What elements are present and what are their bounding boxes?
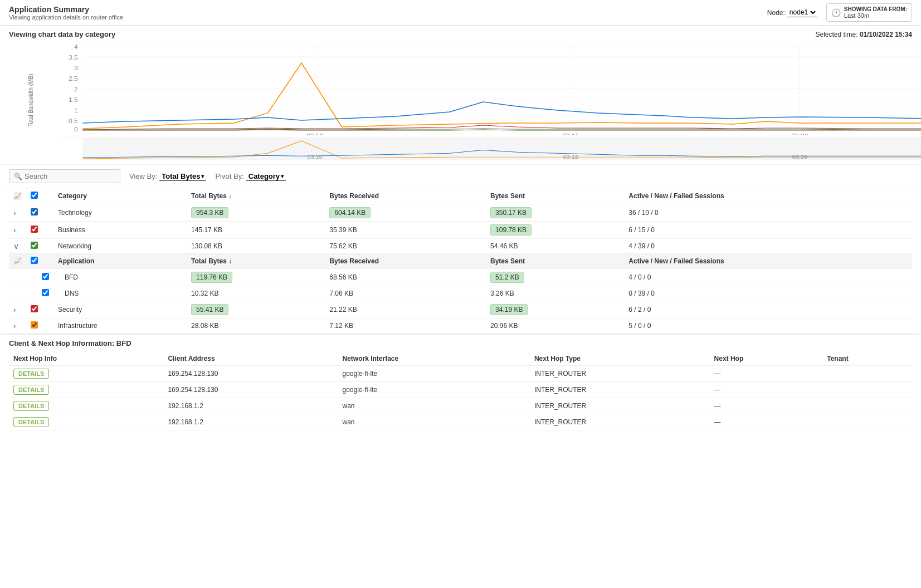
th-bytes-sent: Bytes Sent xyxy=(486,188,624,204)
category-bytes-received: 604.14 KB xyxy=(325,204,486,222)
pivot-by-dropdown[interactable]: Category xyxy=(246,172,286,181)
info-table-row: DETAILS 192.168.1.2 wan INTER_ROUTER — xyxy=(9,398,912,414)
details-button[interactable]: DETAILS xyxy=(13,385,49,395)
node-dropdown[interactable]: node1 xyxy=(787,8,817,17)
category-bytes-received: 7.12 KB xyxy=(325,318,486,334)
category-checkbox[interactable] xyxy=(31,305,38,312)
table-row: › Technology 954.3 KB 604.14 KB 350.17 K… xyxy=(9,204,912,222)
clock-icon: 🕐 xyxy=(831,8,841,17)
th-chart-icon: 📈 xyxy=(9,188,26,204)
info-next-hop-type: INTER_ROUTER xyxy=(530,398,710,414)
app-name: DNS xyxy=(53,286,187,301)
th-checkbox xyxy=(26,188,53,204)
showing-label: SHOWING DATA FROM: xyxy=(844,6,907,12)
category-expander[interactable]: › xyxy=(9,204,26,222)
svg-text:1: 1 xyxy=(74,107,78,114)
info-next-hop-info: DETAILS xyxy=(9,382,163,398)
app-checkbox[interactable] xyxy=(42,289,49,296)
bottom-section: Client & Next Hop Information: BFD Next … xyxy=(0,334,921,435)
app-checkbox-cell xyxy=(26,286,53,301)
category-expander[interactable]: › xyxy=(9,301,26,318)
select-all-checkbox[interactable] xyxy=(31,192,38,199)
info-table-row: DETAILS 169.254.128.130 google-fi-lte IN… xyxy=(9,366,912,382)
table-row: › Infrastructure 28.08 KB 7.12 KB 20.96 … xyxy=(9,318,912,334)
table-header-row: 📈 Category Total Bytes ↓ Bytes Received … xyxy=(9,188,912,204)
details-button[interactable]: DETAILS xyxy=(13,417,49,427)
app-checkbox[interactable] xyxy=(42,273,49,280)
bytes-sent-badge: 34.19 KB xyxy=(490,304,528,315)
category-sessions: 6 / 15 / 0 xyxy=(624,222,912,239)
bytes-received-badge: 604.14 KB xyxy=(329,207,371,218)
svg-text:03:10: 03:10 xyxy=(308,154,323,160)
mini-chart[interactable]: 03:10 03:15 03:20 xyxy=(59,138,921,160)
info-next-hop-info: DETAILS xyxy=(9,398,163,414)
info-table-body: DETAILS 169.254.128.130 google-fi-lte IN… xyxy=(9,366,912,430)
info-table-row: DETAILS 192.168.1.2 wan INTER_ROUTER — xyxy=(9,414,912,430)
th-client-address: Client Address xyxy=(163,352,338,366)
svg-text:03:15: 03:15 xyxy=(562,133,579,135)
app-bytes-received: 68.56 KB xyxy=(325,269,486,286)
category-bytes-sent: 109.78 KB xyxy=(486,222,624,239)
category-checkbox[interactable] xyxy=(31,208,38,215)
chart-title: Viewing chart data by category xyxy=(9,30,115,38)
node-label: Node: xyxy=(767,9,785,17)
category-checkbox[interactable] xyxy=(31,226,38,233)
y-axis-label: Total Bandwidth (MB) xyxy=(28,74,34,126)
chart-icon: 📈 xyxy=(13,192,22,200)
svg-text:03:15: 03:15 xyxy=(563,154,579,160)
category-name: Business xyxy=(53,222,187,239)
table-body: › Technology 954.3 KB 604.14 KB 350.17 K… xyxy=(9,204,912,334)
svg-text:2: 2 xyxy=(74,86,78,92)
info-next-hop: — xyxy=(710,414,823,430)
info-next-hop-info: DETAILS xyxy=(9,366,163,382)
info-tenant xyxy=(822,414,912,430)
app-checkbox-cell xyxy=(26,269,53,286)
table-row: BFD 119.76 KB 68.56 KB 51.2 KB 4 / 0 / 0 xyxy=(9,269,912,286)
details-button[interactable]: DETAILS xyxy=(13,369,49,379)
sub-select-checkbox[interactable] xyxy=(31,257,38,264)
table-row: › Business 145.17 KB 35.39 KB 109.78 KB … xyxy=(9,222,912,239)
info-table-header: Next Hop Info Client Address Network Int… xyxy=(9,352,912,366)
info-next-hop-type: INTER_ROUTER xyxy=(530,366,710,382)
app-expander xyxy=(9,269,26,286)
category-expander[interactable]: › xyxy=(9,222,26,239)
info-next-hop-info: DETAILS xyxy=(9,414,163,430)
view-by-dropdown[interactable]: Total Bytes xyxy=(159,172,206,181)
search-input[interactable] xyxy=(25,172,114,180)
search-box[interactable]: 🔍 xyxy=(9,169,120,183)
svg-text:03:20: 03:20 xyxy=(792,154,808,160)
category-total-bytes: 145.17 KB xyxy=(187,222,325,239)
info-tenant xyxy=(822,366,912,382)
info-table: Next Hop Info Client Address Network Int… xyxy=(9,352,912,430)
node-selector: Node: node1 xyxy=(767,8,817,17)
search-icon: 🔍 xyxy=(14,173,22,180)
svg-text:0: 0 xyxy=(74,126,78,133)
selected-time-value: 01/10/2022 15:34 xyxy=(860,31,912,38)
category-bytes-sent: 20.96 KB xyxy=(486,318,624,334)
th-network-interface: Network Interface xyxy=(338,352,530,366)
details-button[interactable]: DETAILS xyxy=(13,401,49,411)
category-total-bytes: 130.08 KB xyxy=(187,239,325,254)
info-next-hop-type: INTER_ROUTER xyxy=(530,414,710,430)
category-total-bytes: 55.41 KB xyxy=(187,301,325,318)
app-bytes-sent: 51.2 KB xyxy=(486,269,624,286)
th-sessions: Active / New / Failed Sessions xyxy=(624,188,912,204)
category-checkbox-cell xyxy=(26,204,53,222)
svg-text:3.5: 3.5 xyxy=(69,55,78,61)
total-bytes-badge: 55.41 KB xyxy=(191,304,228,315)
category-checkbox[interactable] xyxy=(31,242,38,249)
category-bytes-received: 35.39 KB xyxy=(325,222,486,239)
info-client-address: 192.168.1.2 xyxy=(163,414,338,430)
category-expander[interactable]: › xyxy=(9,318,26,334)
category-checkbox[interactable] xyxy=(31,321,38,329)
sub-th-category: Application xyxy=(53,254,187,269)
bytes-sent-badge: 350.17 KB xyxy=(490,207,532,218)
header-right: Node: node1 🕐 SHOWING DATA FROM: Last 30… xyxy=(767,3,912,22)
th-next-hop-info: Next Hop Info xyxy=(9,352,163,366)
info-network-interface: wan xyxy=(338,414,530,430)
svg-text:2.5: 2.5 xyxy=(69,76,78,82)
category-expander[interactable]: ∨ xyxy=(9,239,26,254)
info-tenant xyxy=(822,398,912,414)
showing-data: 🕐 SHOWING DATA FROM: Last 30m xyxy=(826,3,912,22)
page-subtitle: Viewing application details on router of… xyxy=(9,14,123,21)
